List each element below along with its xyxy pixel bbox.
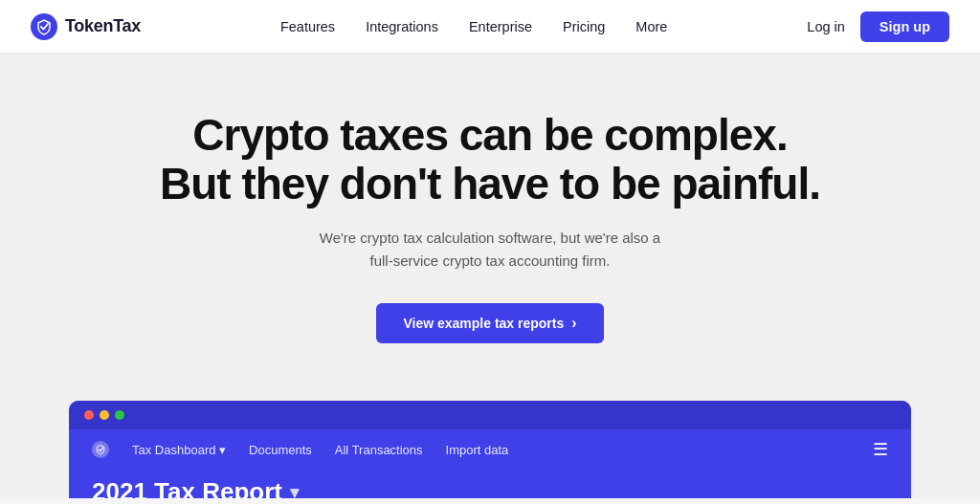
hamburger-icon[interactable]: ☰: [873, 439, 888, 460]
hero-section: Crypto taxes can be complex. But they do…: [0, 54, 980, 382]
dashboard-content: 2021 Tax Report ▾: [69, 470, 911, 498]
svg-point-1: [92, 441, 109, 458]
window-dot-green: [115, 410, 124, 420]
hero-cta-button[interactable]: View example tax reports ›: [376, 303, 603, 343]
dashboard-title-arrow-icon[interactable]: ▾: [290, 482, 299, 499]
nav-enterprise[interactable]: Enterprise: [469, 19, 532, 34]
navbar-right: Log in Sign up: [807, 11, 949, 42]
navbar: TokenTax Features Integrations Enterpris…: [0, 0, 980, 54]
dashboard-logo: [92, 441, 109, 458]
hero-title-line1: Crypto taxes can be complex.: [192, 110, 787, 160]
hero-title-line2: But they don't have to be painful.: [160, 159, 820, 208]
nav-integrations[interactable]: Integrations: [366, 19, 438, 34]
dashboard-nav-import[interactable]: Import data: [446, 443, 509, 457]
window-dot-red: [84, 410, 94, 420]
nav-features[interactable]: Features: [280, 19, 335, 34]
dashboard-nav-tax[interactable]: Tax Dashboard ▾: [132, 443, 226, 457]
hero-subtitle: We're crypto tax calculation software, b…: [308, 227, 672, 273]
svg-point-0: [31, 13, 57, 40]
nav-more[interactable]: More: [635, 19, 667, 34]
hero-cta-label: View example tax reports: [403, 316, 564, 331]
signup-button[interactable]: Sign up: [860, 11, 949, 42]
dashboard-preview: Tax Dashboard ▾ Documents All Transactio…: [69, 401, 911, 498]
dashboard-nav-docs[interactable]: Documents: [249, 443, 312, 457]
hero-title: Crypto taxes can be complex. But they do…: [160, 111, 820, 208]
logo-text: TokenTax: [65, 16, 141, 36]
login-button[interactable]: Log in: [807, 19, 845, 34]
window-bar: [69, 401, 911, 429]
navbar-center: Features Integrations Enterprise Pricing…: [280, 19, 667, 34]
dashboard-logo-icon: [92, 441, 109, 458]
window-dot-yellow: [100, 410, 109, 420]
logo[interactable]: TokenTax: [31, 13, 141, 40]
nav-pricing[interactable]: Pricing: [563, 19, 605, 34]
dashboard-report-title: 2021 Tax Report: [92, 477, 282, 498]
cta-arrow-icon: ›: [571, 315, 576, 332]
dashboard-nav: Tax Dashboard ▾ Documents All Transactio…: [69, 429, 911, 470]
logo-icon: [31, 13, 57, 40]
dashboard-title: 2021 Tax Report ▾: [92, 477, 888, 498]
dashboard-nav-transactions[interactable]: All Transactions: [335, 443, 423, 457]
